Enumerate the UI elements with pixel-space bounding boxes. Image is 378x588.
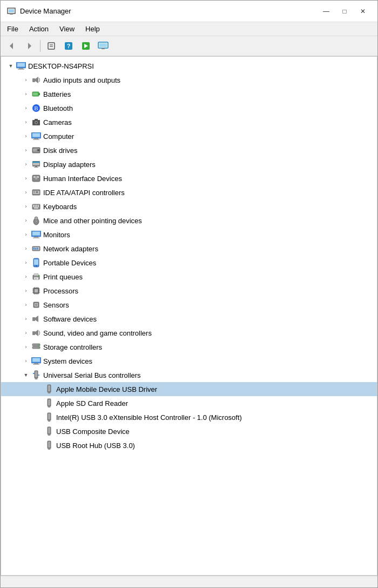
tree-usb-root-hub[interactable]: USB Root Hub (USB 3.0) [1,438,377,452]
tree-display[interactable]: › Display adapters [1,157,377,171]
system-expander[interactable]: › [21,356,31,366]
tree-audio[interactable]: › Audio inputs and outputs [1,73,377,87]
tree-portable[interactable]: › Portable Devices [1,256,377,270]
usb-device-icon-4 [44,426,54,436]
sound-icon [31,328,41,338]
hid-expander[interactable]: › [21,173,31,184]
storage-label: Storage controllers [43,343,102,351]
tree-usb[interactable]: ▼ Universal Serial Bus controllers [1,368,377,382]
svg-rect-55 [35,205,36,206]
menu-help[interactable]: Help [81,23,104,35]
tree-sound[interactable]: › Sound, video and game controllers [1,326,377,340]
maximize-button[interactable]: □ [336,5,353,17]
svg-rect-73 [35,248,36,250]
tree-usb-apple-sd[interactable]: Apple SD Card Reader [1,396,377,410]
tree-usb-composite[interactable]: USB Composite Device [1,424,377,438]
menu-file[interactable]: File [3,23,23,35]
sensors-expander[interactable]: › [21,299,31,310]
svg-rect-13 [99,43,107,47]
cameras-expander[interactable]: › [21,117,31,128]
tree-computer[interactable]: › Computer [1,129,377,143]
tree-cameras[interactable]: › Cameras [1,115,377,129]
batteries-expander[interactable]: › [21,89,31,99]
tree-usb-apple-mobile[interactable]: Apple Mobile Device USB Driver [1,382,377,396]
title-bar: Device Manager — □ ✕ [1,1,377,22]
title-bar-left: Device Manager [7,7,71,16]
software-expander[interactable]: › [21,313,31,324]
menu-view[interactable]: View [55,23,79,35]
tree-system[interactable]: › System devices [1,354,377,368]
monitor-icon [98,42,109,50]
menu-action[interactable]: Action [25,23,53,35]
monitors-expander[interactable]: › [21,229,31,240]
svg-rect-112 [32,358,40,362]
tree-network[interactable]: › Network adapters [1,242,377,256]
tree-ide[interactable]: › IDE ATA/ATAPI controllers [1,185,377,199]
computer-expander[interactable]: › [21,131,31,142]
help-button[interactable]: ? [60,38,77,54]
tree-monitors[interactable]: › Monitors [1,228,377,242]
monitor-button[interactable] [95,38,111,54]
svg-rect-50 [33,191,35,192]
network-expander[interactable]: › [21,243,31,254]
mice-expander[interactable]: › [21,215,31,226]
cameras-label: Cameras [43,118,72,126]
root-expander[interactable]: ▼ [5,61,16,71]
keyboards-expander[interactable]: › [21,201,31,212]
tree-software[interactable]: › Software devices [1,312,377,326]
portable-label: Portable Devices [43,259,96,267]
mouse-icon [31,216,41,225]
svg-rect-19 [32,78,35,82]
close-button[interactable]: ✕ [355,5,371,17]
tree-disk[interactable]: › Disk drives [1,143,377,157]
ide-label: IDE ATA/ATAPI controllers [43,189,125,197]
svg-rect-80 [34,273,38,276]
properties-button[interactable] [43,38,59,54]
portable-icon [31,258,41,268]
tree-storage[interactable]: › Storage controllers [1,340,377,354]
svg-rect-38 [33,150,36,151]
display-expander[interactable]: › [21,159,31,170]
tree-print[interactable]: › Print queues [1,270,377,284]
bluetooth-expander[interactable]: › [21,103,31,113]
svg-rect-37 [33,149,37,150]
forward-button[interactable] [21,38,37,54]
audio-expander[interactable]: › [21,75,31,85]
svg-rect-61 [38,206,39,208]
tree-hid[interactable]: › Human Interface Devices [1,171,377,185]
usb-expander[interactable]: ▼ [21,370,31,380]
storage-expander[interactable]: › [21,342,31,352]
tree-batteries[interactable]: › Batteries [1,87,377,101]
hid-icon [31,173,41,183]
svg-marker-4 [28,43,31,49]
sound-expander[interactable]: › [21,328,31,338]
portable-expander[interactable]: › [21,257,31,268]
tree-bluetooth[interactable]: › B Bluetooth [1,101,377,115]
print-expander[interactable]: › [21,271,31,282]
tree-usb-intel[interactable]: Intel(R) USB 3.0 eXtensible Host Control… [1,410,377,424]
tree-root[interactable]: ▼ DESKTOP-NS4PRSI [1,59,377,73]
minimize-button[interactable]: — [318,5,334,17]
network-icon [31,244,41,253]
svg-rect-16 [17,63,25,67]
ide-expander[interactable]: › [21,187,31,198]
computer-label: Computer [43,132,74,141]
run-button[interactable] [78,38,94,54]
content-area[interactable]: ▼ DESKTOP-NS4PRSI › [1,57,377,576]
svg-point-84 [38,276,39,277]
processors-expander[interactable]: › [21,285,31,296]
tree-sensors[interactable]: › Sensors [1,298,377,312]
svg-rect-113 [34,363,38,364]
tree-processors[interactable]: › [1,284,377,298]
back-button[interactable] [4,38,20,54]
svg-rect-52 [36,191,38,193]
keyboards-label: Keyboards [43,203,77,211]
toolbar: ? [1,36,377,57]
help-icon: ? [64,42,73,50]
disk-expander[interactable]: › [21,145,31,156]
svg-rect-124 [48,399,50,405]
tree-mice[interactable]: › Mice and other pointing devices [1,213,377,228]
svg-rect-62 [34,208,38,209]
svg-rect-41 [32,162,40,163]
tree-keyboards[interactable]: › Keyboards [1,199,377,213]
